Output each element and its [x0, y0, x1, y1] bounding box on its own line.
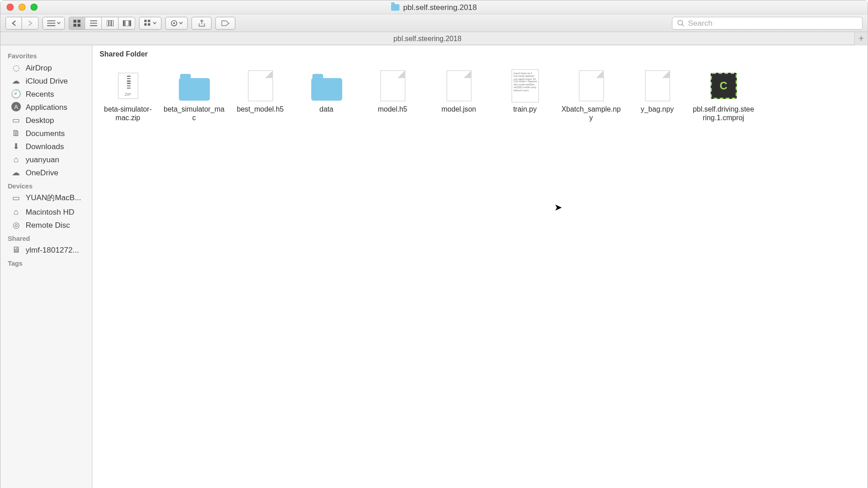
sidebar-item-remote-disc[interactable]: ◎Remote Disc [0, 218, 92, 231]
view-column-button[interactable] [102, 16, 118, 29]
svg-rect-10 [144, 19, 146, 22]
search-icon [677, 19, 684, 27]
file-item[interactable]: beta-simulator-mac.zip [95, 63, 161, 127]
sidebar-item-ylmf-1801272-[interactable]: 🖥ylmf-1801272... [0, 243, 92, 256]
minimize-window-button[interactable] [19, 4, 26, 11]
file-label: pbl.self.driving.steering.1.cmproj [693, 105, 755, 123]
section-header: Shared Folder [92, 45, 867, 61]
apps-icon: A [11, 102, 21, 111]
docs-icon: 🗎 [11, 128, 21, 138]
sidebar-item-label: Macintosh HD [26, 207, 75, 216]
sidebar-item-label: yuanyuan [26, 155, 59, 164]
sidebar-header-shared: Shared [0, 231, 92, 243]
sidebar-item-label: iCloud Drive [26, 76, 68, 85]
sidebar-item-airdrop[interactable]: ◌AirDrop [0, 61, 92, 74]
chevron-down-icon [152, 21, 156, 24]
svg-rect-8 [125, 20, 128, 26]
file-item[interactable]: y_bag.npy [624, 63, 690, 127]
svg-rect-5 [109, 20, 111, 26]
zoom-window-button[interactable] [30, 4, 38, 11]
svg-point-16 [678, 20, 683, 25]
sidebar-toggle-button[interactable] [42, 16, 65, 29]
svg-rect-4 [106, 20, 108, 26]
tab-bar: pbl.self.steering.2018 + [0, 32, 867, 45]
view-mode-segment [69, 16, 136, 29]
close-window-button[interactable] [7, 4, 14, 11]
svg-rect-6 [111, 20, 113, 26]
sidebar-item-downloads[interactable]: ⬇Downloads [0, 140, 92, 153]
gallery-icon [123, 20, 131, 26]
new-tab-button[interactable]: + [854, 32, 868, 45]
sidebar-item-label: YUAN的MacB... [26, 192, 81, 203]
sidebar-item-label: Recents [26, 89, 54, 98]
desktop-icon: ▭ [11, 115, 21, 125]
document-icon [241, 67, 279, 105]
titlebar: pbl.self.steering.2018 [0, 0, 867, 14]
sidebar-item-desktop[interactable]: ▭Desktop [0, 113, 92, 127]
file-item[interactable]: model.h5 [359, 63, 425, 127]
forward-button[interactable] [22, 16, 39, 29]
file-item[interactable]: Cpbl.self.driving.steering.1.cmproj [690, 63, 756, 127]
file-item[interactable]: Xbatch_sample.npy [558, 63, 624, 127]
file-label: best_model.h5 [237, 105, 284, 114]
sidebar: Favorites◌AirDrop☁iCloud Drive🕘RecentsAA… [0, 45, 92, 488]
sidebar-item-yuan-macb-[interactable]: ▭YUAN的MacB... [0, 191, 92, 205]
sidebar-item-yuanyuan[interactable]: ⌂yuanyuan [0, 153, 92, 166]
svg-point-15 [173, 22, 175, 24]
svg-rect-11 [147, 19, 150, 22]
traffic-lights [7, 4, 38, 11]
svg-rect-2 [73, 23, 76, 27]
plus-icon: + [859, 33, 864, 44]
file-label: model.json [441, 105, 476, 114]
svg-rect-9 [129, 20, 131, 26]
tab-current[interactable]: pbl.self.steering.2018 [0, 34, 854, 42]
sidebar-item-label: OneDrive [26, 168, 58, 177]
gear-icon [170, 19, 177, 27]
file-label: data [320, 105, 334, 114]
folder-icon [307, 67, 345, 105]
file-label: beta_simulator_mac [163, 105, 225, 123]
view-icon-button[interactable] [69, 16, 85, 29]
sidebar-item-onedrive[interactable]: ☁OneDrive [0, 166, 92, 179]
window-title-text: pbl.self.steering.2018 [403, 3, 477, 12]
sidebar-item-label: Documents [26, 128, 65, 137]
sidebar-item-icloud-drive[interactable]: ☁iCloud Drive [0, 74, 92, 87]
chevron-right-icon [28, 20, 33, 26]
grid-icon [73, 19, 80, 27]
svg-rect-3 [77, 23, 80, 27]
nav-buttons [5, 16, 39, 29]
file-item[interactable]: best_model.h5 [227, 63, 293, 127]
share-icon [198, 19, 205, 27]
svg-rect-13 [147, 23, 150, 25]
file-label: model.h5 [378, 105, 407, 114]
file-item[interactable]: model.json [426, 63, 492, 127]
downloads-icon: ⬇ [11, 141, 21, 151]
file-item[interactable]: train.py [492, 63, 558, 127]
file-item[interactable]: beta_simulator_mac [161, 63, 227, 127]
sidebar-item-macintosh-hd[interactable]: ⌂Macintosh HD [0, 205, 92, 218]
share-button[interactable] [191, 16, 212, 29]
folder-icon [175, 67, 213, 105]
back-button[interactable] [5, 16, 22, 29]
sidebar-header-devices: Devices [0, 179, 92, 191]
sidebar-item-recents[interactable]: 🕘Recents [0, 87, 92, 100]
sidebar-item-applications[interactable]: AApplications [0, 100, 92, 113]
sidebar-item-documents[interactable]: 🗎Documents [0, 127, 92, 140]
svg-rect-1 [77, 19, 80, 23]
view-gallery-button[interactable] [118, 16, 135, 29]
home-icon: ⌂ [11, 155, 21, 164]
action-menu-button[interactable] [165, 16, 188, 29]
tags-button[interactable] [215, 16, 236, 29]
chevron-down-icon [179, 21, 183, 24]
view-list-button[interactable] [85, 16, 102, 29]
group-by-button[interactable] [139, 16, 161, 29]
recents-icon: 🕘 [11, 89, 21, 98]
disc-icon: ◎ [11, 220, 21, 230]
file-item[interactable]: data [293, 63, 359, 127]
tag-icon [221, 20, 229, 26]
window-title: pbl.self.steering.2018 [0, 3, 867, 12]
file-label: beta-simulator-mac.zip [97, 105, 159, 123]
search-field[interactable]: Search [672, 16, 863, 29]
sidebar-item-label: Downloads [26, 141, 64, 150]
content-area[interactable]: Shared Folder beta-simulator-mac.zipbeta… [92, 45, 867, 488]
